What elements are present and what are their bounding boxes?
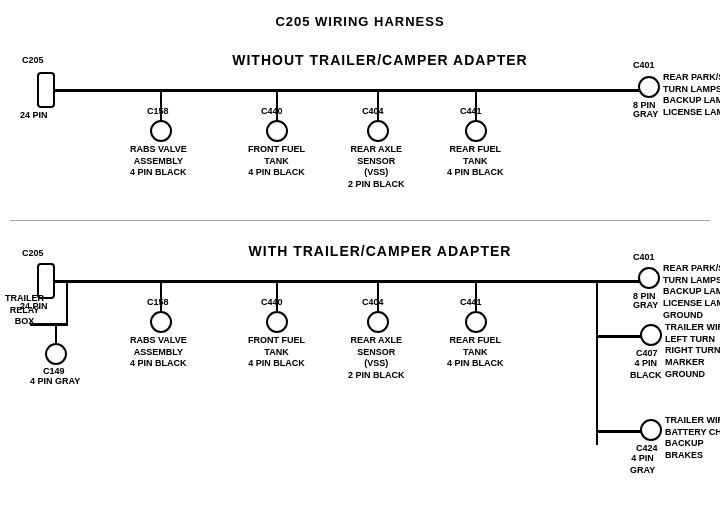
s2-c441-connector bbox=[465, 311, 487, 333]
s2-c424-pins: 4 PIN GRAY bbox=[630, 453, 655, 476]
section2-label: WITH TRAILER/CAMPER ADAPTER bbox=[120, 243, 640, 259]
s2-c149-drop bbox=[55, 323, 57, 345]
s1-c401-color: GRAY bbox=[633, 109, 658, 121]
s2-c401-desc: REAR PARK/STOP TURN LAMPS BACKUP LAMPS L… bbox=[663, 263, 720, 321]
s1-c158-desc: RABS VALVE ASSEMBLY 4 PIN BLACK bbox=[130, 144, 187, 179]
s1-c205-connector bbox=[37, 72, 55, 108]
s2-c404-id: C404 bbox=[362, 297, 384, 309]
s1-c404-id: C404 bbox=[362, 106, 384, 118]
s2-c440-connector bbox=[266, 311, 288, 333]
s1-main-wire bbox=[52, 89, 643, 92]
s2-c149-connector bbox=[45, 343, 67, 365]
s2-c158-desc: RABS VALVE ASSEMBLY 4 PIN BLACK bbox=[130, 335, 187, 370]
main-diagram: C205 WIRING HARNESS WITHOUT TRAILER/CAMP… bbox=[0, 0, 720, 500]
s2-c440-id: C440 bbox=[261, 297, 283, 309]
s1-c404-desc: REAR AXLE SENSOR (VSS) 2 PIN BLACK bbox=[348, 144, 405, 191]
s1-c440-desc: FRONT FUEL TANK 4 PIN BLACK bbox=[248, 144, 305, 179]
s2-c441-id: C441 bbox=[460, 297, 482, 309]
page-title: C205 WIRING HARNESS bbox=[0, 6, 720, 29]
s2-c401-connector bbox=[638, 267, 660, 289]
s2-c404-connector bbox=[367, 311, 389, 333]
s1-c158-id: C158 bbox=[147, 106, 169, 118]
s2-relay-label: TRAILER RELAY BOX bbox=[5, 293, 44, 328]
s1-c441-desc: REAR FUEL TANK 4 PIN BLACK bbox=[447, 144, 504, 179]
s1-c205-label: C205 bbox=[22, 55, 44, 67]
divider bbox=[10, 220, 710, 221]
s1-c401-desc: REAR PARK/STOP TURN LAMPS BACKUP LAMPS L… bbox=[663, 72, 720, 119]
s2-relay-drop bbox=[66, 280, 68, 325]
s2-main-wire bbox=[52, 280, 643, 283]
s2-c424-desc: TRAILER WIRES BATTERY CHARGE BACKUP BRAK… bbox=[665, 415, 720, 462]
s2-c407-desc: TRAILER WIRES LEFT TURN RIGHT TURN MARKE… bbox=[665, 322, 720, 380]
s1-c158-connector bbox=[150, 120, 172, 142]
s2-c407-pins: 4 PIN BLACK bbox=[630, 358, 662, 381]
s2-c424-connector bbox=[640, 419, 662, 441]
s1-c205-pins: 24 PIN bbox=[20, 110, 48, 122]
s1-c440-id: C440 bbox=[261, 106, 283, 118]
section1-label: WITHOUT TRAILER/CAMPER ADAPTER bbox=[120, 52, 640, 68]
s2-c158-connector bbox=[150, 311, 172, 333]
s2-c401-color: GRAY bbox=[633, 300, 658, 312]
s2-c407-wire-h bbox=[596, 335, 642, 338]
s1-c440-connector bbox=[266, 120, 288, 142]
s1-c441-connector bbox=[465, 120, 487, 142]
s2-c158-id: C158 bbox=[147, 297, 169, 309]
s1-c401-connector bbox=[638, 76, 660, 98]
s2-right-branch-v bbox=[596, 280, 598, 445]
s2-c149-desc: 4 PIN GRAY bbox=[30, 376, 80, 388]
s2-c407-connector bbox=[640, 324, 662, 346]
s2-c205-label: C205 bbox=[22, 248, 44, 260]
s2-c404-desc: REAR AXLE SENSOR (VSS) 2 PIN BLACK bbox=[348, 335, 405, 382]
s1-c441-id: C441 bbox=[460, 106, 482, 118]
s2-c401-id: C401 bbox=[633, 252, 655, 264]
s1-c404-connector bbox=[367, 120, 389, 142]
s1-c401-id: C401 bbox=[633, 60, 655, 72]
s2-c424-wire-h bbox=[596, 430, 642, 433]
s2-c441-desc: REAR FUEL TANK 4 PIN BLACK bbox=[447, 335, 504, 370]
s2-c440-desc: FRONT FUEL TANK 4 PIN BLACK bbox=[248, 335, 305, 370]
